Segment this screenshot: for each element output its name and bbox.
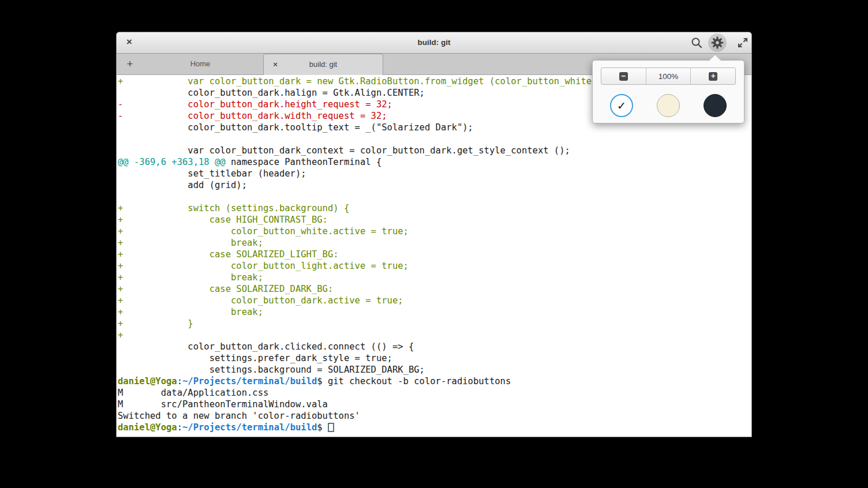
expand-window-icon[interactable]	[736, 36, 749, 49]
terminal-line: daniel@Yoga:~/Projects/terminal/build$ g…	[118, 376, 751, 387]
minus-icon: −	[619, 72, 628, 81]
terminal-text: $ git checkout -b color-radiobuttons	[317, 376, 511, 386]
zoom-in-button[interactable]: +	[690, 68, 735, 84]
zoom-level[interactable]: 100%	[646, 68, 691, 84]
terminal-text: namespace PantheonTerminal {	[226, 157, 382, 167]
terminal-line: var color_button_dark_context = color_bu…	[118, 145, 751, 156]
terminal-line: + break;	[118, 306, 751, 318]
zoom-level-label: 100%	[659, 72, 679, 81]
terminal-text: + case HIGH_CONTRAST_BG:	[118, 215, 328, 225]
terminal-text: :	[177, 376, 182, 386]
zoom-out-button[interactable]: −	[601, 68, 646, 84]
theme-solarized-light-button[interactable]	[657, 94, 680, 117]
terminal-text: daniel@Yoga	[118, 422, 177, 433]
theme-high-contrast-button[interactable]: ✓	[610, 94, 633, 117]
check-icon: ✓	[617, 99, 626, 112]
terminal-text: + break;	[118, 272, 263, 283]
terminal-text: + }	[118, 318, 193, 329]
terminal-text: +	[118, 330, 123, 340]
tab-home[interactable]: Home	[137, 54, 263, 75]
terminal-text: color_button_dark.tooltip_text = _("Sola…	[118, 122, 473, 133]
terminal-text: + break;	[118, 307, 263, 317]
terminal-line: + color_button_white.active = true;	[118, 226, 751, 237]
tab-close-icon[interactable]: ×	[270, 54, 280, 74]
terminal-line: + }	[118, 318, 751, 329]
terminal-line: + color_button_dark.active = true;	[118, 295, 751, 306]
terminal-text: color_button_dark.halign = Gtk.Align.CEN…	[118, 88, 425, 98]
terminal-text: :	[177, 422, 182, 433]
terminal-text: + break;	[118, 238, 263, 248]
plus-icon: +	[709, 72, 717, 81]
terminal-line: + case SOLARIZED_LIGHT_BG:	[118, 249, 751, 260]
new-tab-button[interactable]: +	[122, 54, 137, 74]
terminal-line	[118, 133, 751, 145]
terminal-line: add (grid);	[118, 179, 751, 191]
terminal-text: settings.background = SOLARIZED_DARK_BG;	[118, 365, 425, 375]
terminal-text: settings.prefer_dark_style = true;	[118, 353, 392, 363]
terminal-line: M data/Application.css	[118, 387, 751, 399]
terminal-text: set_titlebar (header);	[118, 168, 306, 179]
terminal-line: color_button_dark.clicked.connect (() =>…	[118, 341, 751, 352]
terminal-text: color_button_dark.clicked.connect (() =>…	[118, 341, 414, 352]
terminal-text: M data/Application.css	[118, 388, 268, 398]
terminal-text: + case SOLARIZED_DARK_BG:	[118, 284, 333, 294]
terminal-text: daniel@Yoga	[118, 376, 177, 386]
terminal-text: + case SOLARIZED_LIGHT_BG:	[118, 249, 339, 260]
settings-popover: − 100% + ✓	[592, 60, 744, 123]
terminal-line: +	[118, 329, 751, 341]
terminal-line: Switched to a new branch 'color-radiobut…	[118, 410, 751, 422]
terminal-text: ~/Projects/terminal/build	[182, 376, 317, 386]
terminal-cursor	[328, 423, 334, 432]
terminal-text: - color_button_dark.height_request = 32;	[118, 99, 392, 110]
window-title: build: git	[117, 32, 751, 53]
terminal-text: + color_button_light.active = true;	[118, 261, 409, 271]
terminal-line	[118, 191, 751, 202]
terminal-line: settings.prefer_dark_style = true;	[118, 352, 751, 364]
settings-gear-icon[interactable]	[708, 33, 727, 52]
terminal-line: M src/PantheonTerminalWindow.vala	[118, 399, 751, 410]
terminal-line: + break;	[118, 272, 751, 283]
tab-build-git[interactable]: × build: git	[263, 54, 383, 75]
theme-buttons-row: ✓	[593, 94, 744, 117]
terminal-line: + break;	[118, 237, 751, 249]
terminal-text: var color_button_dark_context = color_bu…	[118, 145, 570, 156]
terminal-text: add (grid);	[118, 180, 247, 190]
terminal-text: - color_button_dark.width_request = 32;	[118, 111, 387, 121]
terminal-line: daniel@Yoga:~/Projects/terminal/build$	[118, 422, 751, 433]
zoom-control: − 100% +	[601, 67, 736, 85]
terminal-line: + switch (settings.background) {	[118, 202, 751, 214]
search-icon[interactable]	[690, 36, 703, 49]
terminal-output[interactable]: + var color_button_dark = new Gtk.RadioB…	[117, 75, 751, 437]
terminal-line: settings.background = SOLARIZED_DARK_BG;	[118, 364, 751, 376]
terminal-text: + var color_button_dark = new Gtk.RadioB…	[118, 76, 603, 87]
terminal-line: + case HIGH_CONTRAST_BG:	[118, 214, 751, 226]
terminal-text: + color_button_white.active = true;	[118, 226, 409, 237]
terminal-text: + switch (settings.background) {	[118, 203, 349, 213]
terminal-line: + case SOLARIZED_DARK_BG:	[118, 283, 751, 295]
terminal-text: M src/PantheonTerminalWindow.vala	[118, 399, 328, 410]
terminal-line: color_button_dark.tooltip_text = _("Sola…	[118, 122, 751, 133]
terminal-line: + color_button_light.active = true;	[118, 260, 751, 272]
terminal-text: $	[317, 422, 328, 433]
tab-label: build: git	[309, 60, 337, 69]
theme-solarized-dark-button[interactable]	[704, 94, 727, 117]
terminal-text: @@ -369,6 +363,18 @@	[118, 157, 226, 167]
terminal-line: set_titlebar (header);	[118, 168, 751, 179]
terminal-text: ~/Projects/terminal/build	[182, 422, 317, 433]
titlebar[interactable]: × build: git	[117, 32, 751, 54]
terminal-text: Switched to a new branch 'color-radiobut…	[118, 411, 360, 421]
terminal-text: + color_button_dark.active = true;	[118, 295, 403, 306]
terminal-line: @@ -369,6 +363,18 @@ namespace PantheonT…	[118, 156, 751, 168]
